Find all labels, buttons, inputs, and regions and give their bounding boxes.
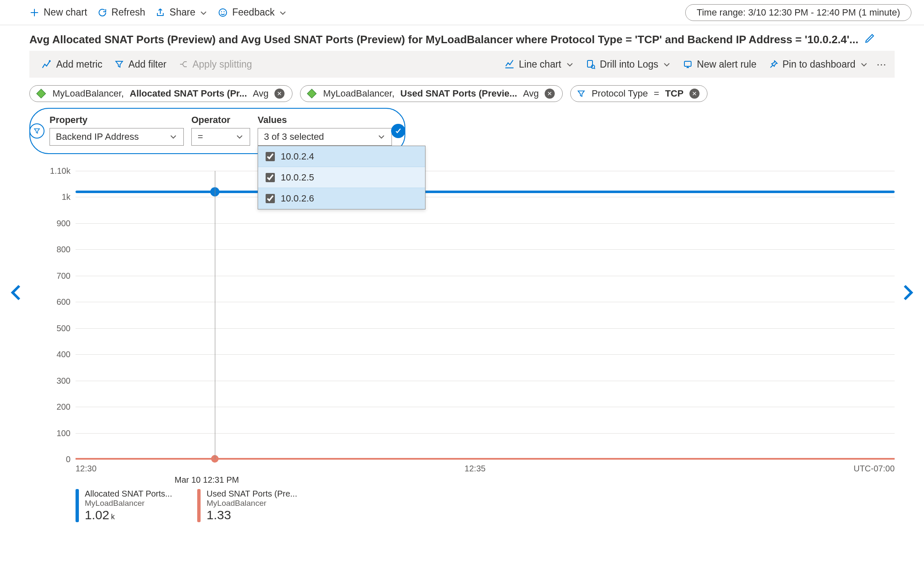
y-tick: 200 bbox=[57, 402, 70, 412]
filter-icon bbox=[114, 59, 124, 69]
legend-series-res: MyLoadBalancer bbox=[85, 499, 172, 508]
metric-pill-row: MyLoadBalancer, Allocated SNAT Ports (Pr… bbox=[0, 85, 924, 108]
operator-label: Operator bbox=[191, 115, 250, 126]
resource-icon bbox=[36, 88, 47, 99]
y-tick: 0 bbox=[66, 455, 70, 464]
chevron-down-icon bbox=[169, 133, 177, 141]
values-checkbox[interactable] bbox=[266, 194, 275, 203]
refresh-label: Refresh bbox=[112, 7, 146, 18]
new-alert-label: New alert rule bbox=[697, 59, 757, 70]
values-dropdown[interactable]: 10.0.2.4 10.0.2.5 10.0.2.6 bbox=[258, 146, 425, 209]
metric-pill-name: Allocated SNAT Ports (Pr... bbox=[130, 88, 247, 99]
y-tick: 100 bbox=[57, 428, 70, 438]
values-option[interactable]: 10.0.2.4 bbox=[258, 146, 425, 167]
chevron-down-icon bbox=[663, 60, 671, 68]
metric-pill-resource: MyLoadBalancer, bbox=[323, 88, 394, 99]
y-tick: 1k bbox=[62, 192, 70, 202]
add-metric-label: Add metric bbox=[56, 59, 102, 70]
values-checkbox[interactable] bbox=[266, 173, 275, 182]
plus-icon bbox=[29, 8, 39, 18]
filter-icon bbox=[577, 89, 586, 98]
values-checkbox[interactable] bbox=[266, 152, 275, 161]
edit-title-icon[interactable] bbox=[864, 33, 875, 47]
legend-series-res: MyLoadBalancer bbox=[206, 499, 297, 508]
chart-title-row: Avg Allocated SNAT Ports (Preview) and A… bbox=[0, 25, 924, 51]
values-select[interactable]: 3 of 3 selected bbox=[258, 128, 392, 146]
metric-pill-agg: Avg bbox=[523, 88, 539, 99]
feedback-label: Feedback bbox=[232, 7, 274, 18]
filter-pill-op: = bbox=[654, 88, 659, 99]
chart-toolbar: Add metric Add filter Apply splitting Li… bbox=[29, 51, 895, 78]
share-icon bbox=[155, 8, 165, 18]
command-bar: New chart Refresh Share Feedback Time ra… bbox=[0, 0, 924, 25]
new-alert-button[interactable]: New alert rule bbox=[677, 56, 762, 73]
operator-select[interactable]: = bbox=[191, 128, 250, 146]
metric-icon bbox=[41, 59, 52, 70]
values-option-label: 10.0.2.6 bbox=[281, 193, 314, 204]
share-label: Share bbox=[170, 7, 195, 18]
filter-pill-val: TCP bbox=[665, 88, 684, 99]
legend-item-allocated[interactable]: Allocated SNAT Ports... MyLoadBalancer 1… bbox=[76, 489, 172, 522]
legend-color-swatch bbox=[197, 489, 201, 522]
timezone: UTC-07:00 bbox=[854, 464, 895, 473]
metric-pill-used[interactable]: MyLoadBalancer, Used SNAT Ports (Previe.… bbox=[300, 85, 563, 102]
legend-series-unit: k bbox=[109, 513, 115, 521]
confirm-filter-icon[interactable] bbox=[391, 124, 405, 138]
pin-button[interactable]: Pin to dashboard bbox=[762, 56, 874, 73]
property-select[interactable]: Backend IP Address bbox=[50, 128, 184, 146]
y-tick: 700 bbox=[57, 271, 70, 280]
chevron-down-icon bbox=[860, 60, 868, 68]
next-chart-button[interactable] bbox=[897, 282, 917, 303]
metric-pill-resource: MyLoadBalancer, bbox=[52, 88, 124, 99]
chart-title: Avg Allocated SNAT Ports (Preview) and A… bbox=[29, 33, 859, 46]
metric-pill-agg: Avg bbox=[253, 88, 269, 99]
property-value: Backend IP Address bbox=[56, 131, 139, 142]
share-button[interactable]: Share bbox=[150, 4, 213, 21]
legend-series-name: Allocated SNAT Ports... bbox=[85, 489, 172, 499]
prev-chart-button[interactable] bbox=[7, 282, 27, 303]
legend-item-used[interactable]: Used SNAT Ports (Pre... MyLoadBalancer 1… bbox=[197, 489, 297, 522]
values-option[interactable]: 10.0.2.6 bbox=[258, 188, 425, 209]
svg-point-3 bbox=[49, 60, 50, 62]
svg-marker-7 bbox=[37, 89, 46, 98]
x-tick-start: 12:30 bbox=[76, 464, 97, 473]
drill-logs-label: Drill into Logs bbox=[600, 59, 658, 70]
remove-metric-icon[interactable]: ✕ bbox=[274, 89, 285, 99]
legend-series-name: Used SNAT Ports (Pre... bbox=[206, 489, 297, 499]
svg-marker-8 bbox=[307, 89, 316, 98]
y-tick: 500 bbox=[57, 323, 70, 333]
y-tick: 600 bbox=[57, 297, 70, 307]
more-button[interactable]: ··· bbox=[874, 58, 889, 71]
svg-rect-6 bbox=[684, 61, 691, 66]
refresh-icon bbox=[97, 8, 107, 18]
add-metric-button[interactable]: Add metric bbox=[35, 56, 108, 73]
drill-logs-button[interactable]: Drill into Logs bbox=[580, 56, 677, 73]
add-filter-button[interactable]: Add filter bbox=[108, 56, 172, 73]
time-range-button[interactable]: Time range: 3/10 12:30 PM - 12:40 PM (1 … bbox=[685, 4, 911, 21]
metric-pill-allocated[interactable]: MyLoadBalancer, Allocated SNAT Ports (Pr… bbox=[29, 85, 292, 102]
y-tick: 400 bbox=[57, 350, 70, 359]
plot-area[interactable] bbox=[76, 171, 895, 460]
new-chart-button[interactable]: New chart bbox=[24, 4, 92, 21]
pin-icon bbox=[768, 59, 778, 69]
filter-pill-protocol[interactable]: Protocol Type = TCP ✕ bbox=[570, 85, 707, 102]
smile-icon bbox=[218, 8, 228, 18]
y-tick: 300 bbox=[57, 376, 70, 385]
refresh-button[interactable]: Refresh bbox=[92, 4, 151, 21]
svg-point-0 bbox=[219, 9, 227, 16]
apply-splitting-button[interactable]: Apply splitting bbox=[172, 56, 258, 73]
remove-filter-icon[interactable]: ✕ bbox=[689, 89, 700, 99]
feedback-button[interactable]: Feedback bbox=[213, 4, 292, 21]
legend-series-val: 1.33 bbox=[206, 508, 231, 522]
values-option[interactable]: 10.0.2.5 bbox=[258, 167, 425, 188]
chevron-down-icon bbox=[279, 8, 287, 17]
chart: 01002003004005006007008009001k1.10k 12:3… bbox=[29, 171, 895, 522]
filter-editor: Property Backend IP Address Operator = V… bbox=[29, 108, 405, 154]
legend: Allocated SNAT Ports... MyLoadBalancer 1… bbox=[76, 489, 895, 522]
split-icon bbox=[178, 59, 188, 69]
remove-metric-icon[interactable]: ✕ bbox=[545, 89, 555, 99]
chart-type-button[interactable]: Line chart bbox=[498, 56, 580, 73]
crosshair bbox=[215, 171, 215, 459]
filter-icon bbox=[29, 123, 44, 139]
svg-point-2 bbox=[224, 11, 224, 12]
